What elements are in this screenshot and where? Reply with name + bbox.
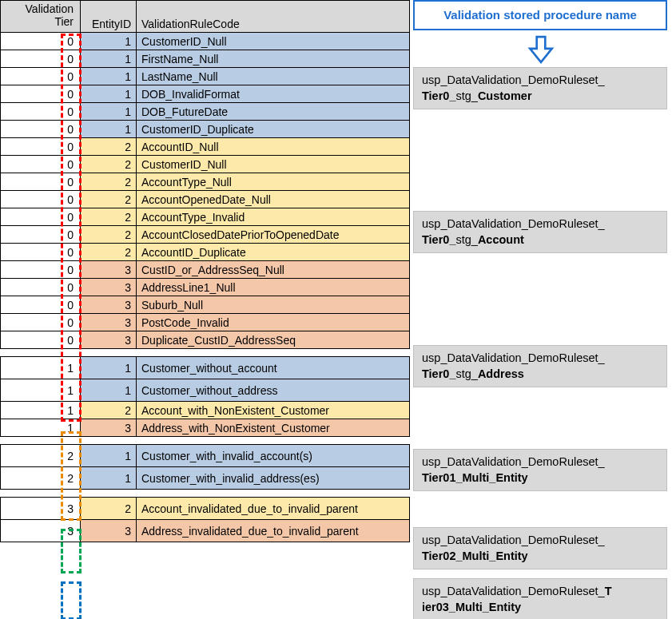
table-row: 21Customer_with_invalid_address(es) [1, 467, 410, 490]
sproc-label: usp_DataValidation_DemoRuleset_Tier0_stg… [413, 211, 667, 253]
table-row: 02AccountOpenedDate_Null [1, 191, 410, 208]
cell-entity: 3 [81, 314, 137, 331]
validation-rules-table: Validation Tier EntityID ValidationRuleC… [0, 0, 410, 542]
table-row: 02CustomerID_Null [1, 156, 410, 173]
cell-rule: AccountID_Null [137, 138, 410, 156]
cell-entity: 2 [81, 156, 137, 173]
cell-rule: Customer_with_invalid_account(s) [137, 445, 410, 467]
col-header-entity: EntityID [81, 1, 137, 33]
cell-rule: DOB_FutureDate [137, 103, 410, 121]
cell-entity: 1 [81, 103, 137, 121]
table-row: 01CustomerID_Duplicate [1, 121, 410, 138]
cell-entity: 3 [81, 331, 137, 349]
cell-rule: Customer_without_account [137, 357, 410, 379]
cell-entity: 1 [81, 121, 137, 138]
cell-entity: 2 [81, 191, 137, 208]
cell-tier: 0 [1, 85, 81, 103]
cell-tier: 0 [1, 279, 81, 296]
cell-tier: 1 [1, 379, 81, 402]
cell-tier: 0 [1, 191, 81, 208]
cell-tier: 1 [1, 402, 81, 419]
cell-entity: 3 [81, 296, 137, 314]
table-row: 03CustID_or_AddressSeq_Null [1, 261, 410, 279]
table-row: 33Address_invalidated_due_to_invalid_par… [1, 520, 410, 542]
cell-rule: Account_invalidated_due_to_invalid_paren… [137, 498, 410, 520]
table-row: 01CustomerID_Null [1, 33, 410, 50]
table-row: 02AccountID_Null [1, 138, 410, 156]
cell-entity: 2 [81, 498, 137, 520]
table-row: 02AccountType_Invalid [1, 208, 410, 226]
cell-tier: 0 [1, 103, 81, 121]
cell-rule: LastName_Null [137, 68, 410, 85]
sproc-label: usp_DataValidation_DemoRuleset_Tier02_Mu… [413, 527, 667, 569]
cell-rule: Address_invalidated_due_to_invalid_paren… [137, 520, 410, 542]
cell-tier: 1 [1, 419, 81, 437]
cell-tier: 0 [1, 261, 81, 279]
cell-entity: 3 [81, 520, 137, 542]
sproc-name-header: Validation stored procedure name [413, 0, 667, 30]
cell-entity: 1 [81, 379, 137, 402]
cell-entity: 3 [81, 261, 137, 279]
sproc-label: usp_DataValidation_DemoRuleset_Tier01_Mu… [413, 449, 667, 491]
table-row: 32Account_invalidated_due_to_invalid_par… [1, 498, 410, 520]
cell-rule: AccountClosedDatePriorToOpenedDate [137, 226, 410, 244]
cell-rule: CustID_or_AddressSeq_Null [137, 261, 410, 279]
cell-tier: 0 [1, 331, 81, 349]
table-row: 11Customer_without_account [1, 357, 410, 379]
cell-rule: Suburb_Null [137, 296, 410, 314]
cell-entity: 2 [81, 226, 137, 244]
table-row: 03AddressLine1_Null [1, 279, 410, 296]
col-header-rule: ValidationRuleCode [137, 1, 410, 33]
cell-entity: 2 [81, 208, 137, 226]
cell-tier: 2 [1, 467, 81, 490]
cell-rule: Customer_without_address [137, 379, 410, 402]
cell-tier: 0 [1, 296, 81, 314]
cell-tier: 0 [1, 68, 81, 85]
table-row: 11Customer_without_address [1, 379, 410, 402]
col-header-tier: Validation Tier [1, 1, 81, 33]
cell-tier: 1 [1, 357, 81, 379]
cell-tier: 0 [1, 50, 81, 68]
cell-rule: FirstName_Null [137, 50, 410, 68]
cell-entity: 1 [81, 467, 137, 490]
down-arrow-icon [527, 35, 555, 59]
cell-entity: 1 [81, 85, 137, 103]
cell-entity: 2 [81, 244, 137, 261]
cell-entity: 2 [81, 173, 137, 191]
cell-rule: Address_with_NonExistent_Customer [137, 419, 410, 437]
cell-entity: 1 [81, 68, 137, 85]
table-row: 12Account_with_NonExistent_Customer [1, 402, 410, 419]
cell-tier: 0 [1, 244, 81, 261]
cell-tier: 0 [1, 314, 81, 331]
cell-entity: 1 [81, 50, 137, 68]
cell-entity: 3 [81, 419, 137, 437]
cell-rule: AddressLine1_Null [137, 279, 410, 296]
cell-rule: Customer_with_invalid_address(es) [137, 467, 410, 490]
table-row: 01FirstName_Null [1, 50, 410, 68]
cell-tier: 0 [1, 173, 81, 191]
cell-tier: 0 [1, 138, 81, 156]
table-row: 03Duplicate_CustID_AddressSeq [1, 331, 410, 349]
sproc-label: usp_DataValidation_DemoRuleset_Tier03_Mu… [413, 578, 667, 619]
sproc-label: usp_DataValidation_DemoRuleset_Tier0_stg… [413, 67, 667, 109]
table-row: 21Customer_with_invalid_account(s) [1, 445, 410, 467]
table-row: 03Suburb_Null [1, 296, 410, 314]
table-row: 02AccountID_Duplicate [1, 244, 410, 261]
cell-entity: 3 [81, 279, 137, 296]
cell-rule: AccountType_Invalid [137, 208, 410, 226]
cell-entity: 2 [81, 138, 137, 156]
cell-rule: CustomerID_Null [137, 33, 410, 50]
cell-tier: 2 [1, 445, 81, 467]
sproc-label: usp_DataValidation_DemoRuleset_Tier0_stg… [413, 345, 667, 387]
cell-tier: 0 [1, 226, 81, 244]
tier-group-highlight [61, 581, 82, 619]
table-row: 13Address_with_NonExistent_Customer [1, 419, 410, 437]
cell-rule: CustomerID_Null [137, 156, 410, 173]
cell-entity: 1 [81, 357, 137, 379]
cell-entity: 1 [81, 33, 137, 50]
cell-tier: 3 [1, 498, 81, 520]
cell-rule: AccountOpenedDate_Null [137, 191, 410, 208]
cell-tier: 0 [1, 208, 81, 226]
table-row: 03PostCode_Invalid [1, 314, 410, 331]
cell-rule: Duplicate_CustID_AddressSeq [137, 331, 410, 349]
